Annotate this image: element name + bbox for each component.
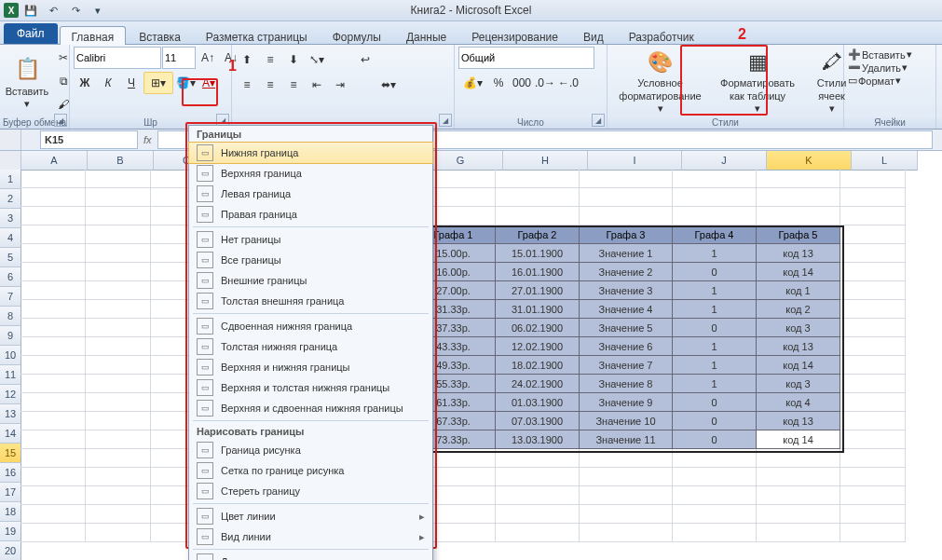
borders-menu-item[interactable]: ▭Стереть границу [189,481,432,501]
cell[interactable] [840,300,906,319]
cell[interactable] [580,170,673,188]
cell[interactable] [86,393,151,412]
table-cell[interactable]: 15.01.1900 [496,244,580,263]
cell[interactable] [20,468,86,486]
row-header-19[interactable]: 19 [0,522,21,541]
row-header-6[interactable]: 6 [0,267,21,287]
qat-customize-button[interactable]: ▾ [88,1,108,20]
table-cell[interactable]: Значение 1 [580,244,673,263]
table-cell[interactable]: 24.02.1900 [496,375,580,393]
file-tab[interactable]: Файл [4,23,58,44]
cell[interactable] [496,188,580,207]
cell[interactable] [86,505,151,524]
align-center-button[interactable]: ≡ [259,74,281,96]
cell[interactable] [86,468,151,486]
row-header-3[interactable]: 3 [0,209,21,228]
currency-button[interactable]: 💰▾ [458,72,486,94]
cell[interactable] [673,524,757,542]
cell[interactable] [840,207,906,225]
table-cell[interactable]: 01.03.1900 [496,393,580,412]
cell[interactable] [20,263,86,281]
borders-menu-item[interactable]: ▭Сетка по границе рисунка [189,460,432,481]
increase-decimal-button[interactable]: .0→ [534,72,556,94]
cell[interactable] [840,319,906,337]
table-cell[interactable]: 13.03.1900 [496,430,580,449]
cell[interactable] [840,170,906,188]
cell[interactable] [20,393,86,412]
table-cell[interactable]: 1 [673,337,757,356]
cell[interactable] [580,468,673,486]
cell[interactable] [86,281,151,300]
insert-cells-button[interactable]: ➕Вставить ▾ [848,48,912,61]
cell[interactable] [840,524,906,542]
cell[interactable] [757,524,840,542]
italic-button[interactable]: К [97,72,119,94]
cell[interactable] [580,486,673,505]
cell[interactable] [20,300,86,319]
number-format-select[interactable] [458,47,594,69]
table-cell[interactable]: Значение 3 [580,281,673,300]
delete-cells-button[interactable]: ➖Удалить ▾ [848,61,912,74]
undo-button[interactable]: ↶ [43,1,63,20]
col-header-B[interactable]: B [88,151,154,171]
borders-menu-item[interactable]: ▭Граница рисунка [189,440,432,460]
table-cell[interactable]: код 14 [757,263,840,281]
cell[interactable] [840,505,906,524]
cell[interactable] [840,486,906,505]
decrease-indent-button[interactable]: ⇤ [306,74,328,96]
redo-button[interactable]: ↷ [65,1,86,20]
table-cell[interactable]: 07.03.1900 [496,412,580,430]
table-cell[interactable]: Значение 2 [580,263,673,281]
worksheet[interactable]: ABCDEFGHIJKL 123456789101112131415161718… [0,151,942,560]
cell[interactable] [20,412,86,430]
table-cell[interactable]: 1 [673,300,757,319]
borders-menu-item[interactable]: ▭Нет границы [189,229,432,250]
row-header-13[interactable]: 13 [0,404,21,424]
format-cells-button[interactable]: ▭Формат ▾ [848,75,912,87]
cell[interactable] [840,188,906,207]
cell[interactable] [757,486,840,505]
percent-button[interactable]: % [487,72,510,94]
row-header-16[interactable]: 16 [0,463,21,483]
cell[interactable] [673,468,757,486]
cell[interactable] [86,449,151,468]
row-header-14[interactable]: 14 [0,424,21,444]
cell[interactable] [496,170,580,188]
cell[interactable] [496,505,580,524]
cell[interactable] [580,188,673,207]
table-cell[interactable]: 06.02.1900 [496,319,580,337]
cell[interactable] [496,207,580,225]
col-header-J[interactable]: J [682,151,767,171]
row-header-5[interactable]: 5 [0,248,21,267]
table-cell[interactable]: код 3 [757,319,840,337]
table-header[interactable]: Графа 3 [580,225,673,244]
row-header-10[interactable]: 10 [0,346,21,365]
cell[interactable] [840,281,906,300]
fx-icon[interactable]: fx [143,134,152,145]
cell[interactable] [757,207,840,225]
borders-button[interactable]: ⊞▾ [143,72,173,94]
table-header[interactable]: Графа 4 [673,225,757,244]
table-cell[interactable]: 1 [673,244,757,263]
col-header-A[interactable]: A [21,151,88,171]
col-header-I[interactable]: I [588,151,682,171]
row-header-9[interactable]: 9 [0,326,21,346]
cell[interactable] [20,225,86,244]
table-cell[interactable]: код 4 [757,393,840,412]
cell[interactable] [673,449,757,468]
cell[interactable] [673,486,757,505]
borders-menu-item[interactable]: ▭Верхняя и сдвоенная нижняя границы [189,398,432,418]
cell[interactable] [840,468,906,486]
table-cell[interactable]: Значение 9 [580,393,673,412]
cell[interactable] [20,170,86,188]
cell[interactable] [20,486,86,505]
cell[interactable] [673,170,757,188]
cell[interactable] [20,375,86,393]
select-all-corner[interactable] [0,151,21,171]
borders-menu-item[interactable]: ▭Левая граница [189,184,432,204]
cell[interactable] [20,337,86,356]
align-top-button[interactable]: ⬆ [236,48,258,71]
cell[interactable] [840,263,906,281]
table-cell[interactable]: Значение 7 [580,356,673,375]
cell[interactable] [840,393,906,412]
